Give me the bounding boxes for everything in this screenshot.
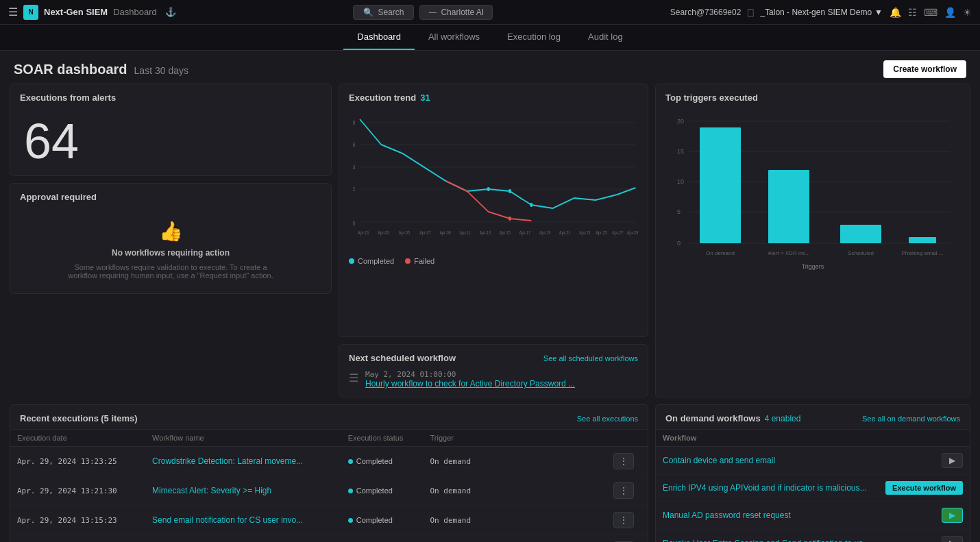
demand-workflow-action[interactable]: ▶ (878, 447, 970, 475)
ai-icon: ⸻ (428, 8, 437, 17)
play-button[interactable]: ▶ (942, 508, 963, 523)
search-button[interactable]: 🔍 Search (353, 5, 414, 20)
recent-executions-card: Recent executions (5 items) See all exec… (10, 404, 648, 542)
svg-rect-41 (840, 225, 881, 243)
tab-dashboard[interactable]: Dashboard (343, 25, 415, 50)
svg-text:Apr-13: Apr-13 (480, 230, 491, 236)
talon-selector[interactable]: _Talon - Next-gen SIEM Demo ▼ (760, 8, 883, 17)
scheduled-workflow-card: Next scheduled workflow See all schedule… (339, 344, 648, 397)
top-navigation: ☰ N Next-Gen SIEM Dashboard ⚓ 🔍 Search ⸻… (0, 0, 980, 25)
svg-text:Apr-03: Apr-03 (378, 230, 389, 236)
exec-actions[interactable]: ⋮ (607, 447, 648, 476)
list-item: Revoke User Entra Session and Send notif… (656, 530, 970, 543)
exec-workflow[interactable]: Send email notification for CS user invo… (145, 506, 341, 535)
svg-text:20: 20 (677, 118, 684, 125)
triggers-title: Top triggers executed (665, 93, 758, 103)
execute-workflow-button[interactable]: Execute workflow (885, 481, 963, 495)
col-actions (607, 430, 648, 447)
svg-text:6: 6 (353, 141, 356, 148)
play-button[interactable]: ▶ (942, 453, 963, 468)
tab-audit-log[interactable]: Audit log (574, 25, 637, 50)
messages-icon[interactable]: ☷ (908, 7, 917, 18)
create-workflow-button[interactable]: Create workflow (883, 60, 966, 78)
svg-text:2: 2 (353, 186, 356, 193)
exec-actions[interactable]: ⋮ (607, 535, 648, 543)
row-actions-button[interactable]: ⋮ (613, 453, 634, 469)
svg-text:Apr-11: Apr-11 (460, 230, 471, 236)
row-actions-button[interactable]: ⋮ (613, 512, 634, 528)
thumbs-up-icon: 👍 (159, 220, 183, 243)
svg-text:Scheduled: Scheduled (848, 250, 874, 256)
see-all-scheduled-link[interactable]: See all scheduled workflows (543, 354, 638, 362)
recent-executions-title: Recent executions (20, 413, 99, 423)
svg-text:Apr-05: Apr-05 (399, 230, 411, 236)
approval-required-card: Approval required 👍 No workflows requiri… (10, 183, 332, 294)
svg-text:Apr-15: Apr-15 (500, 230, 511, 236)
exec-workflow[interactable]: Mimecast Alert: Severity >= High (145, 476, 341, 506)
demand-workflow-action[interactable]: ▶ (878, 502, 970, 530)
svg-rect-39 (700, 127, 741, 243)
breadcrumb: Dashboard (113, 7, 157, 17)
charlotte-ai-button[interactable]: ⸻ Charlotte AI (419, 5, 493, 20)
exec-date: Apr. 29, 2024 13:15:23 (10, 506, 145, 535)
table-row: Apr. 25, 2024 18:54:13 Proactive threat … (10, 535, 648, 543)
exec-actions[interactable]: ⋮ (607, 476, 648, 506)
bell-icon[interactable]: 🔔 (890, 7, 901, 18)
demand-workflow-name[interactable]: Contain device and send email (656, 447, 878, 475)
row-actions-button[interactable]: ⋮ (613, 482, 634, 499)
exec-trigger: On demand (423, 535, 607, 543)
executions-count: 64 (10, 107, 331, 175)
svg-point-11 (509, 189, 511, 193)
chart-legend: Completed Failed (349, 257, 638, 265)
exec-actions[interactable]: ⋮ (607, 506, 648, 535)
list-item: Contain device and send email ▶ (656, 447, 970, 475)
exec-workflow[interactable]: Proactive threat hunt (145, 535, 341, 543)
demand-workflow-name[interactable]: Enrich IPV4 using APIVoid and if indicat… (656, 475, 878, 502)
tab-execution-log[interactable]: Execution log (493, 25, 574, 50)
svg-text:Apr-23: Apr-23 (579, 230, 591, 236)
search-icon: 🔍 (363, 8, 373, 17)
approval-title: Approval required (20, 192, 97, 202)
list-item: Enrich IPV4 using APIVoid and if indicat… (656, 475, 970, 502)
see-all-on-demand-link[interactable]: See all on demand workflows (862, 415, 960, 423)
exec-date: Apr. 25, 2024 18:54:13 (10, 535, 145, 543)
hamburger-menu[interactable]: ☰ (8, 5, 18, 19)
chevron-down-icon: ▼ (874, 8, 883, 17)
exec-status: Completed (341, 447, 424, 476)
svg-text:0: 0 (677, 240, 681, 247)
tab-all-workflows[interactable]: All workflows (415, 25, 493, 50)
copy-icon[interactable]: ⎕ (748, 7, 753, 18)
see-all-executions-link[interactable]: See all executions (577, 415, 638, 423)
on-demand-table: Workflow Contain device and send email ▶… (656, 429, 970, 542)
svg-text:Alert > XDR inc...: Alert > XDR inc... (768, 250, 810, 256)
demand-workflow-action[interactable]: Execute workflow (878, 475, 970, 502)
exec-workflow[interactable]: Crowdstrike Detection: Lateral moveme... (145, 447, 341, 476)
schedule-time: May 2, 2024 01:00:00 (365, 370, 575, 379)
svg-text:10: 10 (677, 178, 684, 185)
user-icon[interactable]: 👤 (944, 7, 956, 18)
execution-trend-card: Execution trend 31 8 6 4 2 0 (339, 84, 648, 337)
legend-failed: Failed (405, 257, 434, 265)
svg-text:Apr-27: Apr-27 (612, 230, 624, 236)
svg-text:Apr-09: Apr-09 (439, 230, 451, 236)
on-demand-title: On demand workflows (665, 413, 761, 423)
settings-icon[interactable]: ☀ (963, 7, 972, 18)
bookmark-icon[interactable]: ⚓ (165, 7, 176, 17)
col-run (878, 430, 970, 447)
demand-workflow-name[interactable]: Revoke User Entra Session and Send notif… (656, 530, 878, 543)
svg-text:15: 15 (677, 148, 684, 155)
svg-text:5: 5 (677, 208, 681, 215)
exec-status: Completed (341, 476, 424, 506)
svg-text:Apr-01: Apr-01 (358, 230, 369, 236)
scheduled-workflow-link[interactable]: Hourly workflow to check for Active Dire… (365, 379, 575, 389)
svg-text:0: 0 (353, 220, 356, 227)
executions-title: Executions from alerts (20, 93, 116, 103)
exec-date: Apr. 29, 2024 13:23:25 (10, 447, 145, 476)
keyboard-icon[interactable]: ⌨ (924, 7, 938, 18)
svg-text:Phishing email ...: Phishing email ... (902, 250, 944, 256)
svg-text:Apr-25: Apr-25 (596, 230, 607, 236)
play-button[interactable]: ▶ (942, 536, 963, 542)
demand-workflow-action[interactable]: ▶ (878, 530, 970, 543)
col-execution-date: Execution date (10, 430, 145, 447)
demand-workflow-name[interactable]: Manual AD password reset request (656, 502, 878, 530)
